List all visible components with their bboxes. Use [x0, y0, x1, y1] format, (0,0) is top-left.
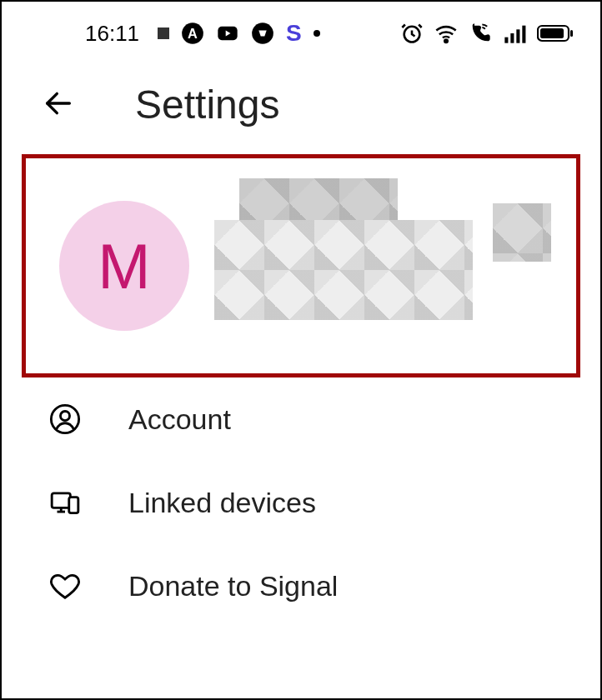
back-button[interactable] — [42, 87, 75, 123]
circle-icon — [251, 22, 274, 45]
youtube-icon — [216, 22, 239, 45]
alarm-icon — [400, 22, 424, 45]
svg-rect-16 — [52, 493, 70, 508]
settings-header: Settings — [2, 62, 600, 154]
menu-label-donate: Donate to Signal — [128, 570, 338, 602]
wifi-icon — [434, 22, 459, 45]
dot-icon — [314, 30, 320, 37]
status-right — [400, 22, 574, 45]
menu-item-donate[interactable]: Donate to Signal — [2, 544, 600, 628]
avatar-letter: M — [98, 230, 150, 302]
account-icon — [48, 402, 82, 436]
menu-item-linked-devices[interactable]: Linked devices — [2, 461, 600, 544]
profile-row[interactable]: M — [22, 154, 580, 378]
heart-icon — [48, 569, 82, 602]
svg-rect-8 — [516, 29, 519, 42]
menu-label-account: Account — [128, 403, 231, 436]
profile-info — [214, 195, 543, 337]
redacted-badge — [493, 203, 551, 262]
wifi-calling-icon — [469, 22, 492, 45]
redacted-name — [239, 178, 398, 220]
status-left: 16:11 A S — [85, 20, 320, 47]
svg-point-15 — [60, 412, 69, 421]
status-time: 16:11 — [85, 21, 139, 47]
svg-point-5 — [444, 40, 448, 43]
svg-text:A: A — [188, 26, 198, 41]
status-bar: 16:11 A S — [2, 2, 600, 62]
svg-rect-6 — [504, 38, 508, 43]
svg-rect-11 — [540, 28, 564, 38]
signal-bars-icon — [502, 22, 527, 45]
svg-rect-7 — [510, 33, 514, 43]
avatar: M — [59, 201, 189, 331]
app-indicator-icon — [158, 28, 169, 39]
svg-point-14 — [51, 405, 78, 432]
redacted-details — [214, 220, 473, 320]
s-app-icon: S — [286, 20, 302, 47]
page-title: Settings — [135, 82, 279, 128]
battery-icon — [537, 23, 574, 43]
a-circle-icon: A — [181, 22, 204, 45]
svg-rect-12 — [570, 30, 573, 37]
svg-rect-9 — [522, 26, 525, 43]
svg-rect-19 — [69, 498, 78, 513]
menu-item-account[interactable]: Account — [2, 378, 600, 461]
menu-label-linked-devices: Linked devices — [128, 487, 316, 519]
linked-devices-icon — [48, 486, 82, 519]
